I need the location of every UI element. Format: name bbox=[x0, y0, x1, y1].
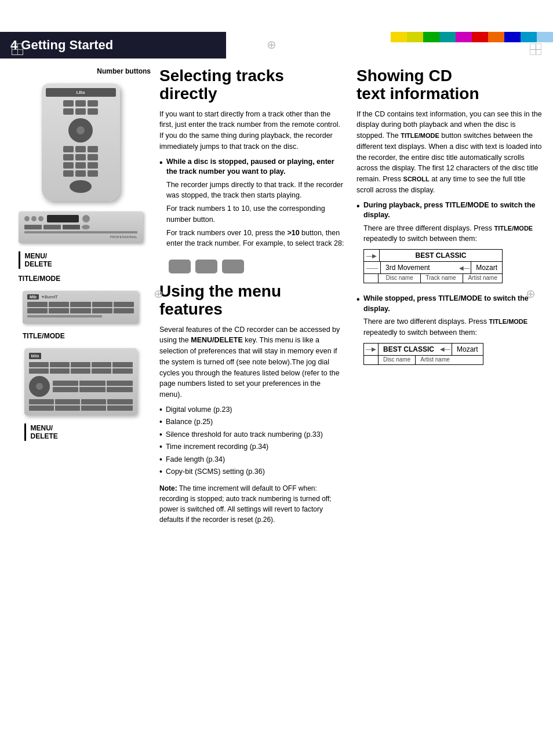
mdr-sb bbox=[79, 387, 105, 392]
cd2-artist-arrow: ◀— Mozart bbox=[439, 344, 483, 355]
list-item-5: Fade length (p.34) bbox=[159, 455, 345, 465]
section2-body1: Several features of the CD recorder can … bbox=[159, 324, 345, 400]
mdr-b bbox=[29, 362, 49, 367]
cd-spacer bbox=[364, 274, 378, 283]
md-slot bbox=[27, 315, 102, 317]
mdr-b bbox=[29, 368, 49, 374]
bullet-item-1: • While a disc is stopped, paused or pla… bbox=[159, 157, 345, 254]
remote-row3 bbox=[63, 146, 98, 152]
remote-nav-circle bbox=[68, 118, 93, 143]
remote-btn bbox=[63, 108, 74, 115]
bullet1-title: While a disc is stopped, paused or playi… bbox=[166, 157, 345, 177]
illus-btn-1 bbox=[169, 260, 191, 273]
page-header: 4 Getting Started bbox=[0, 32, 226, 59]
md-btn bbox=[114, 308, 134, 313]
title-mode-label-2: TITLE/MODE bbox=[23, 332, 139, 340]
mdr-b bbox=[112, 368, 132, 374]
remote-row2 bbox=[63, 108, 98, 115]
cd-display2-values-row: —▶ BEST CLASSIC ◀— Mozart bbox=[364, 344, 483, 355]
menu-delete-label-1: MENU/DELETE bbox=[25, 252, 52, 269]
mdr-top: Mib bbox=[29, 353, 133, 359]
illus-btn-3 bbox=[222, 260, 244, 273]
deck-btn-play bbox=[63, 225, 80, 229]
color-bar-yellow2 bbox=[407, 32, 423, 42]
right-column: Showing CDtext information If the CD con… bbox=[356, 67, 542, 525]
md-btn bbox=[114, 302, 134, 307]
color-bar-blue bbox=[504, 32, 521, 42]
cd-disc-label: Disc name bbox=[378, 274, 420, 283]
illus-btn-2 bbox=[195, 260, 217, 273]
mdr-b bbox=[92, 368, 111, 374]
md-btn bbox=[70, 302, 90, 307]
mdr-grid bbox=[29, 362, 133, 374]
remote-btn bbox=[75, 100, 86, 107]
main-content: Number buttons LBa bbox=[0, 59, 553, 534]
remote-btn bbox=[63, 100, 74, 107]
bullet3-title: While stopped, press TITLE/MODE to switc… bbox=[363, 294, 542, 314]
cd-artist-name-label: Artist name bbox=[463, 274, 502, 283]
mdr-b bbox=[92, 362, 111, 367]
deck-circles bbox=[24, 216, 43, 221]
color-bar-yellow bbox=[391, 32, 407, 42]
cd-display-track-artist-row: —— 3rd Movement ◀— Mozart bbox=[364, 262, 502, 273]
mdr-nav bbox=[29, 376, 50, 397]
remote-btn bbox=[63, 162, 74, 169]
cd-display2-artist-value: Mozart bbox=[452, 344, 483, 355]
bullet-item-2: • During playback, press TITLE/MODE to s… bbox=[356, 200, 542, 290]
md-burnit: ✦BurnIT bbox=[41, 295, 58, 300]
section1-body1: If you want to start directly from a tra… bbox=[159, 109, 345, 152]
mdr-sb bbox=[53, 381, 79, 386]
page-wrapper: ⊕ ⊕ ⊕ 4 Getting Started Number buttons L… bbox=[0, 32, 553, 756]
list-item-3: Silence threshold for auto track numberi… bbox=[159, 430, 345, 440]
deck-btn bbox=[24, 225, 42, 229]
mdr-bb bbox=[107, 399, 132, 404]
menu-delete-label-2-container: MENU/DELETE bbox=[24, 423, 137, 441]
cd-display-arrow-in: —▶ bbox=[364, 251, 379, 260]
mdr-b bbox=[112, 362, 132, 367]
deck-circle bbox=[38, 216, 43, 221]
remote-btn bbox=[63, 146, 74, 152]
md-btn bbox=[92, 302, 112, 307]
cd2-spacer bbox=[364, 356, 378, 364]
crosshair-top: ⊕ bbox=[267, 38, 276, 52]
remote-btn bbox=[88, 154, 98, 160]
color-bar-red bbox=[472, 32, 488, 42]
remote-btn bbox=[88, 170, 98, 177]
remote-bottom-oval bbox=[70, 180, 92, 193]
bullet2-body: There are three different displays. Pres… bbox=[363, 223, 542, 245]
menu-delete-line-1 bbox=[19, 251, 20, 269]
md-btn bbox=[49, 308, 69, 313]
mdr-bb bbox=[55, 399, 80, 404]
md-btn bbox=[27, 302, 48, 307]
md-btn bbox=[27, 308, 48, 313]
mdr-b bbox=[71, 368, 90, 374]
bullet-content-1: While a disc is stopped, paused or playi… bbox=[166, 157, 345, 254]
mdr-bottom-grid bbox=[29, 399, 133, 411]
bullet-content-3: While stopped, press TITLE/MODE to switc… bbox=[363, 294, 542, 371]
cd2-arrow: —▶ bbox=[364, 345, 378, 353]
list-item-4: Time increment recording (p.34) bbox=[159, 442, 345, 452]
cd-display-disc-row: —▶ BEST CLASSIC bbox=[364, 250, 502, 262]
menu-features-list: Digital volume (p.23) Balance (p.25) Sil… bbox=[159, 405, 345, 477]
deck-top-row bbox=[24, 215, 137, 222]
mdr-sb bbox=[107, 381, 133, 386]
deck-circle bbox=[24, 216, 30, 221]
color-bar-green bbox=[423, 32, 439, 42]
number-buttons-label: Number buttons bbox=[10, 67, 151, 75]
bullet1-body: The recorder jumps directly to that trac… bbox=[166, 180, 345, 202]
cd-display-1-frame: —▶ BEST CLASSIC —— 3rd Movement ◀— M bbox=[363, 249, 503, 283]
md-btn bbox=[49, 302, 69, 307]
remote-btn bbox=[75, 146, 86, 152]
remote-btn bbox=[75, 162, 86, 169]
bullet-item-3: • While stopped, press TITLE/MODE to swi… bbox=[356, 294, 542, 371]
remote-row1 bbox=[63, 100, 98, 107]
button-illustration bbox=[169, 260, 345, 273]
md-btn bbox=[92, 308, 112, 313]
mdr-side-btns bbox=[53, 381, 133, 392]
mdr-bb bbox=[29, 406, 54, 411]
menu-delete-label-1-container: MENU/DELETE bbox=[19, 251, 143, 269]
cd-display-disc-value: BEST CLASSIC bbox=[379, 250, 502, 261]
deck-slot bbox=[24, 231, 137, 233]
remote-btn bbox=[63, 154, 74, 160]
remote-btn bbox=[88, 100, 98, 107]
